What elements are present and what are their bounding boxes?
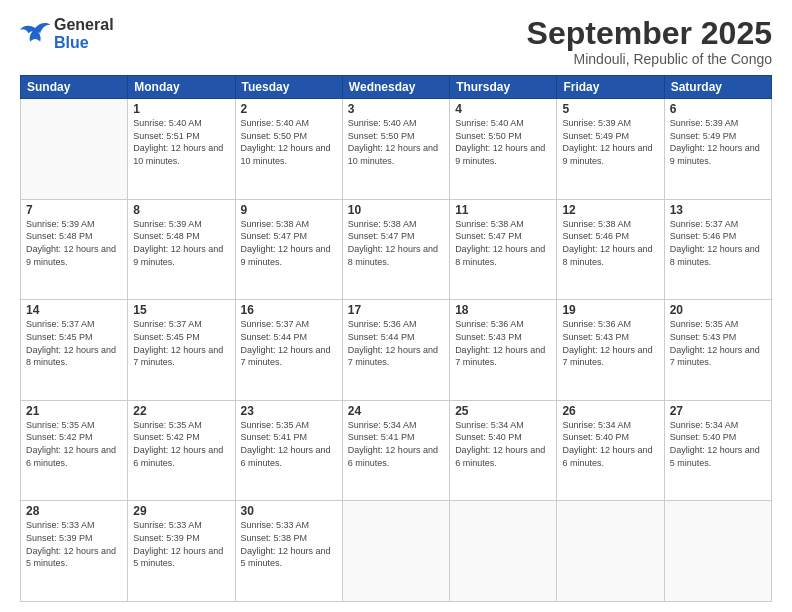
calendar-body: 1Sunrise: 5:40 AMSunset: 5:51 PMDaylight… (21, 99, 772, 602)
table-row: 18Sunrise: 5:36 AMSunset: 5:43 PMDayligh… (450, 300, 557, 401)
day-detail: Sunrise: 5:35 AMSunset: 5:43 PMDaylight:… (670, 318, 766, 368)
day-detail: Sunrise: 5:33 AMSunset: 5:38 PMDaylight:… (241, 519, 337, 569)
col-tuesday: Tuesday (235, 76, 342, 99)
table-row: 2Sunrise: 5:40 AMSunset: 5:50 PMDaylight… (235, 99, 342, 200)
day-number: 15 (133, 303, 229, 317)
day-number: 20 (670, 303, 766, 317)
day-detail: Sunrise: 5:37 AMSunset: 5:45 PMDaylight:… (26, 318, 122, 368)
day-detail: Sunrise: 5:33 AMSunset: 5:39 PMDaylight:… (26, 519, 122, 569)
table-row: 30Sunrise: 5:33 AMSunset: 5:38 PMDayligh… (235, 501, 342, 602)
header: General Blue September 2025 Mindouli, Re… (20, 16, 772, 67)
col-wednesday: Wednesday (342, 76, 449, 99)
day-number: 12 (562, 203, 658, 217)
day-detail: Sunrise: 5:37 AMSunset: 5:44 PMDaylight:… (241, 318, 337, 368)
table-row (664, 501, 771, 602)
day-number: 4 (455, 102, 551, 116)
logo-bird-icon (20, 20, 52, 48)
table-row: 16Sunrise: 5:37 AMSunset: 5:44 PMDayligh… (235, 300, 342, 401)
table-row (557, 501, 664, 602)
day-detail: Sunrise: 5:33 AMSunset: 5:39 PMDaylight:… (133, 519, 229, 569)
day-number: 1 (133, 102, 229, 116)
day-detail: Sunrise: 5:39 AMSunset: 5:49 PMDaylight:… (670, 117, 766, 167)
month-title: September 2025 (527, 16, 772, 51)
day-number: 18 (455, 303, 551, 317)
day-number: 25 (455, 404, 551, 418)
day-number: 8 (133, 203, 229, 217)
table-row: 25Sunrise: 5:34 AMSunset: 5:40 PMDayligh… (450, 400, 557, 501)
day-number: 3 (348, 102, 444, 116)
day-number: 22 (133, 404, 229, 418)
logo-text: General Blue (54, 16, 114, 53)
table-row: 21Sunrise: 5:35 AMSunset: 5:42 PMDayligh… (21, 400, 128, 501)
table-row: 4Sunrise: 5:40 AMSunset: 5:50 PMDaylight… (450, 99, 557, 200)
day-number: 27 (670, 404, 766, 418)
day-detail: Sunrise: 5:40 AMSunset: 5:50 PMDaylight:… (455, 117, 551, 167)
table-row: 20Sunrise: 5:35 AMSunset: 5:43 PMDayligh… (664, 300, 771, 401)
table-row: 27Sunrise: 5:34 AMSunset: 5:40 PMDayligh… (664, 400, 771, 501)
table-row: 9Sunrise: 5:38 AMSunset: 5:47 PMDaylight… (235, 199, 342, 300)
day-number: 7 (26, 203, 122, 217)
page: General Blue September 2025 Mindouli, Re… (0, 0, 792, 612)
table-row: 12Sunrise: 5:38 AMSunset: 5:46 PMDayligh… (557, 199, 664, 300)
calendar-week-row: 21Sunrise: 5:35 AMSunset: 5:42 PMDayligh… (21, 400, 772, 501)
table-row: 26Sunrise: 5:34 AMSunset: 5:40 PMDayligh… (557, 400, 664, 501)
day-number: 11 (455, 203, 551, 217)
table-row: 1Sunrise: 5:40 AMSunset: 5:51 PMDaylight… (128, 99, 235, 200)
day-number: 6 (670, 102, 766, 116)
day-number: 9 (241, 203, 337, 217)
day-detail: Sunrise: 5:36 AMSunset: 5:43 PMDaylight:… (455, 318, 551, 368)
day-detail: Sunrise: 5:36 AMSunset: 5:44 PMDaylight:… (348, 318, 444, 368)
day-number: 13 (670, 203, 766, 217)
table-row: 3Sunrise: 5:40 AMSunset: 5:50 PMDaylight… (342, 99, 449, 200)
day-number: 2 (241, 102, 337, 116)
table-row: 19Sunrise: 5:36 AMSunset: 5:43 PMDayligh… (557, 300, 664, 401)
table-row (450, 501, 557, 602)
table-row: 29Sunrise: 5:33 AMSunset: 5:39 PMDayligh… (128, 501, 235, 602)
location-subtitle: Mindouli, Republic of the Congo (527, 51, 772, 67)
day-number: 21 (26, 404, 122, 418)
day-detail: Sunrise: 5:36 AMSunset: 5:43 PMDaylight:… (562, 318, 658, 368)
day-detail: Sunrise: 5:39 AMSunset: 5:48 PMDaylight:… (133, 218, 229, 268)
day-number: 26 (562, 404, 658, 418)
day-number: 17 (348, 303, 444, 317)
day-detail: Sunrise: 5:34 AMSunset: 5:40 PMDaylight:… (562, 419, 658, 469)
day-number: 10 (348, 203, 444, 217)
day-detail: Sunrise: 5:35 AMSunset: 5:42 PMDaylight:… (26, 419, 122, 469)
table-row: 24Sunrise: 5:34 AMSunset: 5:41 PMDayligh… (342, 400, 449, 501)
day-number: 19 (562, 303, 658, 317)
title-block: September 2025 Mindouli, Republic of the… (527, 16, 772, 67)
table-row (342, 501, 449, 602)
calendar-week-row: 14Sunrise: 5:37 AMSunset: 5:45 PMDayligh… (21, 300, 772, 401)
col-saturday: Saturday (664, 76, 771, 99)
table-row: 6Sunrise: 5:39 AMSunset: 5:49 PMDaylight… (664, 99, 771, 200)
day-detail: Sunrise: 5:38 AMSunset: 5:47 PMDaylight:… (455, 218, 551, 268)
day-detail: Sunrise: 5:34 AMSunset: 5:41 PMDaylight:… (348, 419, 444, 469)
col-friday: Friday (557, 76, 664, 99)
table-row: 14Sunrise: 5:37 AMSunset: 5:45 PMDayligh… (21, 300, 128, 401)
day-detail: Sunrise: 5:37 AMSunset: 5:45 PMDaylight:… (133, 318, 229, 368)
table-row: 23Sunrise: 5:35 AMSunset: 5:41 PMDayligh… (235, 400, 342, 501)
day-detail: Sunrise: 5:39 AMSunset: 5:48 PMDaylight:… (26, 218, 122, 268)
table-row: 11Sunrise: 5:38 AMSunset: 5:47 PMDayligh… (450, 199, 557, 300)
table-row: 28Sunrise: 5:33 AMSunset: 5:39 PMDayligh… (21, 501, 128, 602)
table-row: 17Sunrise: 5:36 AMSunset: 5:44 PMDayligh… (342, 300, 449, 401)
logo: General Blue (20, 16, 114, 53)
table-row: 15Sunrise: 5:37 AMSunset: 5:45 PMDayligh… (128, 300, 235, 401)
day-detail: Sunrise: 5:38 AMSunset: 5:47 PMDaylight:… (241, 218, 337, 268)
day-detail: Sunrise: 5:38 AMSunset: 5:47 PMDaylight:… (348, 218, 444, 268)
day-detail: Sunrise: 5:40 AMSunset: 5:50 PMDaylight:… (241, 117, 337, 167)
day-number: 16 (241, 303, 337, 317)
day-detail: Sunrise: 5:34 AMSunset: 5:40 PMDaylight:… (670, 419, 766, 469)
day-detail: Sunrise: 5:35 AMSunset: 5:41 PMDaylight:… (241, 419, 337, 469)
calendar-week-row: 28Sunrise: 5:33 AMSunset: 5:39 PMDayligh… (21, 501, 772, 602)
calendar-table: Sunday Monday Tuesday Wednesday Thursday… (20, 75, 772, 602)
table-row: 13Sunrise: 5:37 AMSunset: 5:46 PMDayligh… (664, 199, 771, 300)
calendar-week-row: 1Sunrise: 5:40 AMSunset: 5:51 PMDaylight… (21, 99, 772, 200)
day-number: 30 (241, 504, 337, 518)
day-detail: Sunrise: 5:34 AMSunset: 5:40 PMDaylight:… (455, 419, 551, 469)
day-detail: Sunrise: 5:35 AMSunset: 5:42 PMDaylight:… (133, 419, 229, 469)
day-detail: Sunrise: 5:38 AMSunset: 5:46 PMDaylight:… (562, 218, 658, 268)
table-row: 8Sunrise: 5:39 AMSunset: 5:48 PMDaylight… (128, 199, 235, 300)
table-row: 5Sunrise: 5:39 AMSunset: 5:49 PMDaylight… (557, 99, 664, 200)
col-thursday: Thursday (450, 76, 557, 99)
